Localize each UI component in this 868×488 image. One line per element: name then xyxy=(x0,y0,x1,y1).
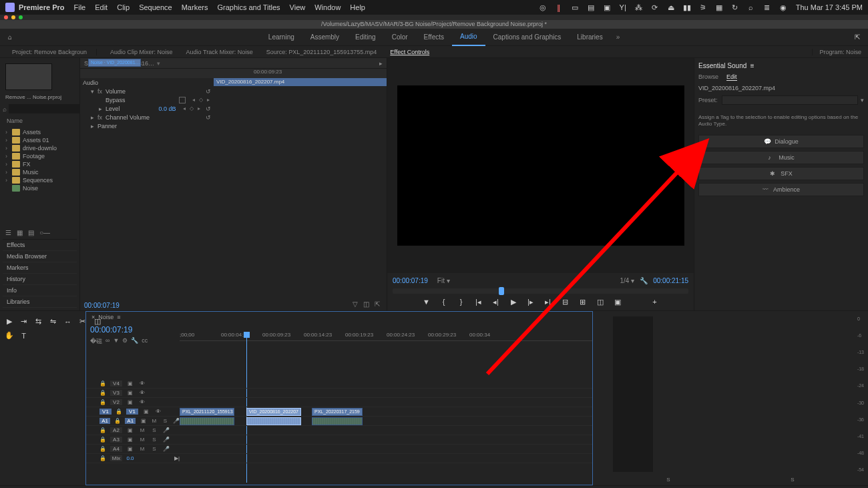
prop-volume[interactable]: ▾fxVolume↺ xyxy=(80,87,214,95)
ec-time-ruler[interactable]: 00:00:09:23 xyxy=(214,69,387,78)
settings-icon[interactable]: ⚙ xyxy=(122,337,128,346)
ws-libraries[interactable]: Libraries xyxy=(569,33,610,41)
chevron-down-icon[interactable]: ▾ xyxy=(861,97,864,103)
freeform-view-icon[interactable]: ▤ xyxy=(28,229,34,236)
fit-dropdown[interactable]: Fit ▾ xyxy=(437,277,450,284)
eject-icon[interactable]: ⏏ xyxy=(666,3,676,12)
date-icon[interactable]: ▦ xyxy=(714,3,724,12)
ws-color[interactable]: Color xyxy=(384,33,416,41)
ws-learning[interactable]: Learning xyxy=(260,33,302,41)
track-select-tool[interactable]: ⇥ xyxy=(19,316,29,326)
ess-sfx-button[interactable]: ✱SFX xyxy=(698,167,864,180)
extract-button[interactable]: ⊞ xyxy=(578,298,588,306)
tab-audio-track-mixer[interactable]: Audio Track Mixer: Noise xyxy=(180,49,260,55)
wrench-icon[interactable]: 🔧 xyxy=(131,337,138,346)
clip-1-video[interactable]: PXL_20211120_155913 xyxy=(180,408,234,416)
lift-button[interactable]: ⊟ xyxy=(561,298,570,306)
menubar-clock[interactable]: Thu Mar 17 3:45 PM xyxy=(796,3,863,11)
ess-music-button[interactable]: ♪Music xyxy=(698,151,864,164)
maximize-window-button[interactable] xyxy=(19,15,23,19)
panel-media-browser[interactable]: Media Browser xyxy=(3,251,77,262)
menu-sequence[interactable]: Sequence xyxy=(139,3,172,11)
project-search-input[interactable] xyxy=(9,104,89,113)
project-thumbnail[interactable] xyxy=(5,63,52,90)
menu-file[interactable]: File xyxy=(73,3,85,11)
battery-icon[interactable]: ▮▮ xyxy=(682,3,692,12)
menu-graphics[interactable]: Graphics and Titles xyxy=(217,3,280,11)
add-marker-button[interactable]: ▼ xyxy=(422,298,431,306)
timeline-timecode[interactable]: 00:00:07:19 xyxy=(90,325,176,334)
track-v2[interactable]: 🔒V2▣👁 xyxy=(86,398,180,407)
snap-icon[interactable]: �磁 xyxy=(90,337,102,346)
timeline-tab[interactable]: × Noise ≡ xyxy=(86,312,592,322)
zoom-dropdown[interactable]: 1/4 ▾ xyxy=(620,277,634,284)
track-a1[interactable]: A1🔒A1▣MS🎤 xyxy=(86,417,180,426)
prop-panner[interactable]: ▸Panner xyxy=(80,121,214,130)
prop-channel-volume[interactable]: ▸fxChannel Volume↺ xyxy=(80,113,214,121)
bin-drive[interactable]: ›drive-downlo xyxy=(3,144,77,152)
program-canvas[interactable] xyxy=(387,58,694,273)
step-back-button[interactable]: ◂| xyxy=(491,298,501,306)
menu-markers[interactable]: Markers xyxy=(182,3,208,11)
quick-export-icon[interactable]: ⇱ xyxy=(855,33,860,41)
home-icon[interactable]: ⌂ xyxy=(8,33,12,41)
panel-info[interactable]: Info xyxy=(3,285,77,296)
bin-footage[interactable]: ›Footage xyxy=(3,152,77,160)
tab-effect-controls[interactable]: Effect Controls xyxy=(383,49,436,55)
track-v3[interactable]: 🔒V3▣👁 xyxy=(86,389,180,398)
menu-clip[interactable]: Clip xyxy=(117,3,130,11)
camera-icon[interactable]: ▭ xyxy=(570,3,580,12)
hand-tool[interactable]: ✋ xyxy=(4,330,14,340)
clip-3-audio[interactable] xyxy=(312,417,363,425)
bin-assets[interactable]: ›Assets xyxy=(3,128,77,136)
go-to-in-button[interactable]: |◂ xyxy=(474,298,483,306)
ws-assembly[interactable]: Assembly xyxy=(302,33,347,41)
level-value[interactable]: 0.0 dB xyxy=(159,105,176,112)
ws-audio[interactable]: Audio xyxy=(452,29,485,46)
rate-stretch-tool[interactable]: ↔ xyxy=(63,316,73,326)
bin-sequences[interactable]: ›Sequences xyxy=(3,176,77,184)
wrench-icon[interactable]: 🔧 xyxy=(640,277,648,284)
tab-source[interactable]: Source: PXL_20211120_155913755.mp4 xyxy=(260,49,384,55)
siri-icon[interactable]: ◉ xyxy=(779,3,788,12)
prop-audio[interactable]: Audio xyxy=(80,78,214,87)
menu-view[interactable]: View xyxy=(290,3,306,11)
sync-icon[interactable]: ⟳ xyxy=(650,3,660,12)
ec-clip-label[interactable]: Noise · VID_2020081… xyxy=(88,59,141,67)
clip-3-video[interactable]: PXL_20220317_2159 xyxy=(312,408,363,416)
selection-tool[interactable]: ▶ xyxy=(4,316,14,326)
program-scrubber[interactable] xyxy=(393,288,688,294)
ec-filter-icon[interactable]: ▽ xyxy=(353,300,358,308)
clip-1-audio[interactable] xyxy=(180,417,234,425)
ec-export-icon[interactable]: ⇱ xyxy=(375,300,380,308)
ess-ambience-button[interactable]: 〰Ambience xyxy=(698,183,864,196)
menu-help[interactable]: Help xyxy=(350,3,365,11)
bypass-checkbox[interactable] xyxy=(179,97,186,103)
panel-markers[interactable]: Markers xyxy=(3,262,77,274)
play-button[interactable]: ▶ xyxy=(509,298,518,306)
minimize-window-button[interactable] xyxy=(11,15,15,19)
prop-level[interactable]: ▸Level0.0 dB◂ ◇ ▸↺ xyxy=(80,104,214,113)
track-a3[interactable]: 🔒A3▣MS🎤 xyxy=(86,435,180,445)
ec-keyframe-area[interactable]: VID_20200816_202207.mp4 xyxy=(214,78,387,310)
time-ruler[interactable]: ;00;0000:00:04:2300:00:09:2300:00:14:230… xyxy=(180,322,592,342)
cc-icon[interactable]: ◎ xyxy=(538,3,548,12)
close-window-button[interactable] xyxy=(4,15,8,19)
prop-bypass[interactable]: Bypass◂ ◇ ▸ xyxy=(80,95,214,104)
comparison-button[interactable]: ▣ xyxy=(613,298,622,306)
rolling-edit-tool[interactable]: ⇋ xyxy=(48,316,58,326)
track-v1[interactable]: V1🔒V1▣👁 xyxy=(86,407,180,417)
screen-icon[interactable]: ▣ xyxy=(602,3,612,12)
ec-clip-bar[interactable]: VID_20200816_202207.mp4 xyxy=(214,78,387,86)
playhead-icon[interactable] xyxy=(499,287,504,295)
step-forward-button[interactable]: |▸ xyxy=(526,298,535,306)
marker-icon[interactable]: ▼ xyxy=(113,337,119,346)
track-a2[interactable]: 🔒A2▣MS🎤 xyxy=(86,426,180,435)
program-tab[interactable]: Program: Noise xyxy=(812,49,868,55)
clip-2-audio[interactable] xyxy=(246,417,301,425)
spotlight-icon[interactable]: ⌕ xyxy=(746,3,756,11)
program-timecode[interactable]: 00:00:07:19 xyxy=(393,277,428,284)
caption-icon[interactable]: cc xyxy=(142,337,148,346)
column-name-header[interactable]: Name xyxy=(3,116,77,126)
ess-dialogue-button[interactable]: 💬Dialogue xyxy=(698,135,864,148)
